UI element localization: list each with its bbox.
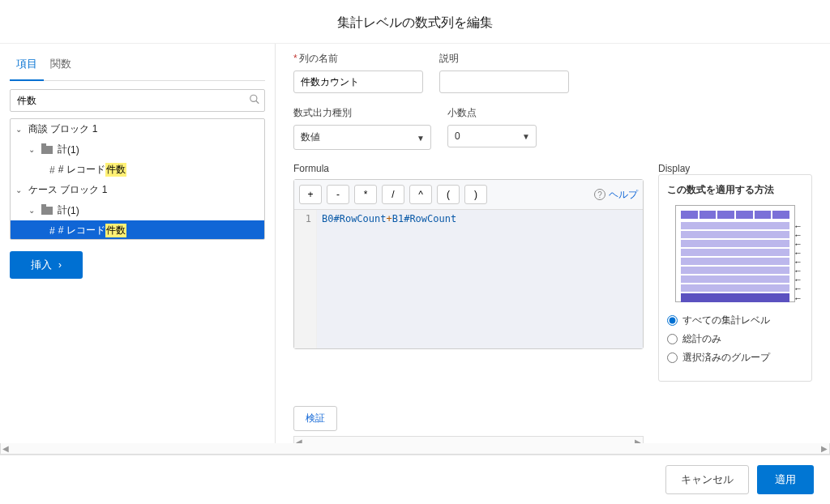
left-tabs: 項目 関数	[10, 49, 265, 81]
tree-block-1-rowcount[interactable]: # # レコード件数	[11, 160, 264, 180]
apply-preview-icon: ← ← ← ← ← ← ← ← ←	[675, 205, 795, 302]
line-gutter: 1	[294, 210, 317, 348]
search-highlight: 件数	[105, 224, 126, 237]
h-scrollbar[interactable]: ◀▶	[293, 436, 644, 443]
op-mult-button[interactable]: *	[354, 185, 377, 204]
svg-line-1	[256, 100, 259, 104]
apply-button[interactable]: 適用	[757, 465, 814, 494]
chevron-down-icon: ⌄	[15, 125, 25, 134]
op-lparen-button[interactable]: (	[437, 185, 460, 204]
chevron-down-icon: ▼	[417, 133, 425, 142]
search-input[interactable]	[10, 89, 265, 112]
formula-textarea[interactable]: B0#RowCount+B1#RowCount	[317, 210, 643, 348]
folder-icon	[41, 207, 53, 215]
output-type-select[interactable]: 数値	[293, 125, 431, 150]
tree-block-2-rowcount[interactable]: # # レコード件数	[11, 220, 264, 240]
formula-toolbar: + - * / ^ ( ) ? ヘルプ	[294, 180, 643, 210]
svg-point-0	[250, 95, 257, 101]
radio-all-levels[interactable]: すべての集計レベル	[667, 314, 803, 327]
decimal-label: 小数点	[447, 106, 537, 120]
tree-block-1[interactable]: ⌄ 商談 ブロック 1	[11, 119, 264, 139]
dialog-title: 集計レベルの数式列を編集	[0, 0, 830, 43]
tree-block-2[interactable]: ⌄ ケース ブロック 1	[11, 180, 264, 200]
chevron-down-icon: ⌄	[15, 186, 25, 194]
cancel-button[interactable]: キャンセル	[665, 465, 749, 494]
op-pow-button[interactable]: ^	[409, 185, 432, 204]
tree-block-2-summary[interactable]: ⌄ 計 (1)	[11, 200, 264, 220]
op-minus-button[interactable]: -	[327, 185, 349, 204]
chevron-down-icon: ⌄	[28, 206, 38, 215]
chevron-down-icon: ▼	[522, 132, 530, 141]
column-name-input[interactable]	[293, 70, 423, 93]
display-panel: この数式を適用する方法 ← ← ← ← ← ← ← ← ←	[658, 174, 812, 382]
hash-icon: #	[49, 164, 55, 176]
formula-section-title: Formula	[293, 163, 644, 174]
radio-selected-group[interactable]: 選択済みのグループ	[667, 351, 803, 365]
radio-grand-total[interactable]: 総計のみ	[667, 332, 803, 346]
hash-icon: #	[49, 225, 55, 237]
tab-fields[interactable]: 項目	[10, 49, 44, 81]
chevron-down-icon: ⌄	[28, 145, 38, 154]
insert-button[interactable]: 挿入 ›	[10, 251, 83, 279]
chevron-right-icon: ›	[58, 259, 62, 271]
op-div-button[interactable]: /	[382, 185, 404, 204]
description-label: 説明	[439, 52, 569, 66]
op-rparen-button[interactable]: )	[464, 185, 487, 204]
help-icon: ?	[594, 189, 605, 200]
tree-block-1-summary[interactable]: ⌄ 計 (1)	[11, 139, 264, 160]
search-highlight: 件数	[105, 163, 126, 177]
output-type-label: 数式出力種別	[293, 106, 431, 120]
display-subtitle: この数式を適用する方法	[667, 183, 803, 197]
folder-icon	[41, 146, 53, 154]
formula-editor: + - * / ^ ( ) ? ヘルプ	[293, 179, 644, 349]
search-icon	[249, 94, 260, 108]
tab-functions[interactable]: 関数	[44, 49, 78, 80]
help-link[interactable]: ? ヘルプ	[594, 188, 638, 202]
column-name-label: *列の名前	[293, 52, 423, 66]
body-h-scrollbar[interactable]: ◀▶	[0, 443, 830, 455]
field-tree[interactable]: ⌄ 商談 ブロック 1 ⌄ 計 (1) # # レコード件数 ⌄ ケース ブロッ…	[10, 118, 265, 240]
display-section-title: Display	[658, 163, 690, 174]
op-plus-button[interactable]: +	[299, 185, 322, 204]
validate-button[interactable]: 検証	[293, 406, 337, 431]
description-input[interactable]	[439, 70, 569, 93]
